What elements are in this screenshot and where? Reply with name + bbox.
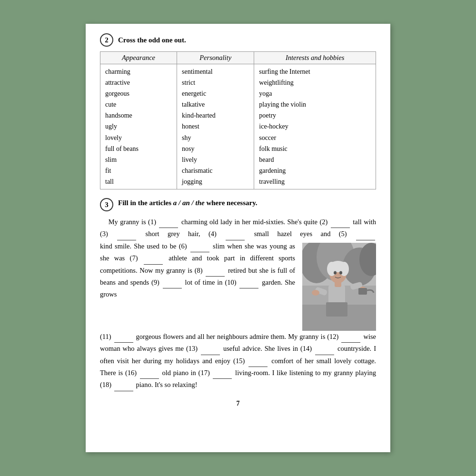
instruction-articles: a / an / the bbox=[173, 199, 205, 207]
exercise3-number: 3 bbox=[100, 198, 113, 211]
exercise2-instruction: Cross the odd one out. bbox=[118, 36, 186, 44]
svg-rect-8 bbox=[326, 302, 347, 317]
photo-box bbox=[302, 243, 376, 331]
interests-col: surfing the Internetweightliftingyogapla… bbox=[254, 64, 376, 189]
exercise3-instruction: Fill in the articles a / an / the where … bbox=[118, 199, 258, 207]
exercise3-text: My granny is (1) charming old lady in he… bbox=[100, 216, 376, 391]
col-appearance-header: Appearance bbox=[100, 52, 177, 64]
exercise3-header: 3 Fill in the articles a / an / the wher… bbox=[100, 198, 376, 211]
exercise3-content: My granny is (1) charming old lady in he… bbox=[100, 216, 376, 391]
svg-point-18 bbox=[334, 271, 337, 274]
page-number: 7 bbox=[100, 400, 376, 407]
page: 2 Cross the odd one out. Appearance Pers… bbox=[86, 24, 390, 452]
col-interests-header: Interests and hobbies bbox=[254, 52, 376, 64]
personality-col: sentimentalstrictenergetictalkativekind-… bbox=[177, 64, 254, 189]
exercise3-block: 3 Fill in the articles a / an / the wher… bbox=[100, 198, 376, 391]
instruction-prefix: Fill in the articles bbox=[118, 199, 173, 207]
col-personality-header: Personality bbox=[177, 52, 254, 64]
svg-point-19 bbox=[339, 271, 342, 274]
svg-point-11 bbox=[312, 290, 319, 296]
table-row: charmingattractivegorgeouscutehandsomeug… bbox=[100, 64, 376, 189]
instruction-suffix: where necessary. bbox=[205, 199, 258, 207]
appearance-col: charmingattractivegorgeouscutehandsomeug… bbox=[100, 64, 177, 189]
vocab-table: Appearance Personality Interests and hob… bbox=[100, 51, 376, 189]
exercise2-header: 2 Cross the odd one out. bbox=[100, 33, 376, 47]
granny-photo bbox=[302, 243, 376, 331]
svg-rect-20 bbox=[358, 288, 367, 295]
exercise2-number: 2 bbox=[100, 33, 113, 47]
